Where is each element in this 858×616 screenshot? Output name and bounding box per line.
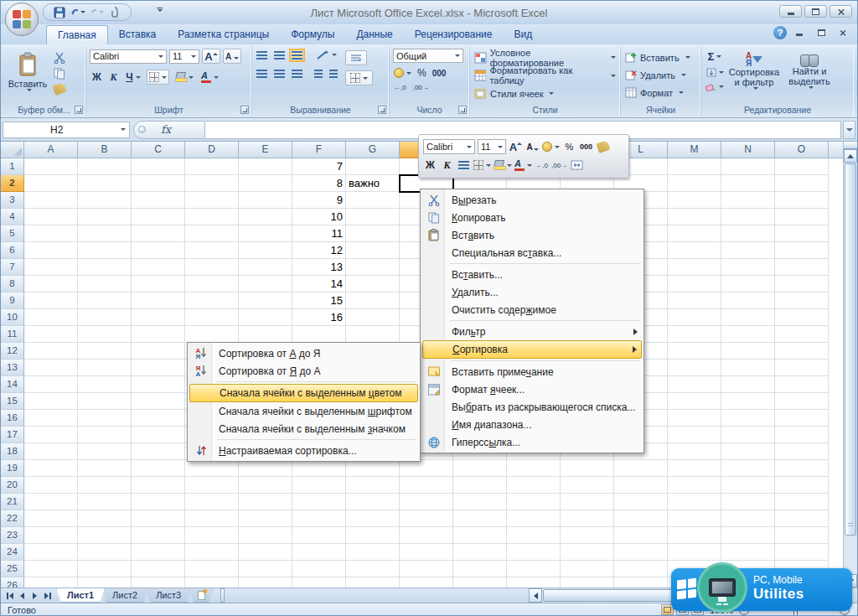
cell-E1[interactable] xyxy=(239,158,292,175)
underline-button[interactable]: Ч xyxy=(123,70,143,84)
cell-F9[interactable]: 15 xyxy=(292,292,346,309)
increase-decimal-button[interactable]: ←,0 xyxy=(393,83,407,92)
cell-A26[interactable] xyxy=(24,577,78,588)
mini-merge-button[interactable] xyxy=(570,158,584,173)
cell-E19[interactable] xyxy=(239,460,292,477)
menu-item-3[interactable]: Специальная вставка... xyxy=(422,244,642,261)
autosum-button[interactable]: Σ xyxy=(705,49,725,64)
cell-N11[interactable] xyxy=(721,326,775,343)
cell-I23[interactable] xyxy=(453,527,507,544)
cell-I19[interactable] xyxy=(453,460,507,477)
grow-font-button[interactable]: A xyxy=(202,49,220,64)
menu-item-3[interactable]: Сначала ячейки с выделенным цветом xyxy=(189,384,418,402)
cell-G10[interactable] xyxy=(346,309,400,326)
cell-E25[interactable] xyxy=(239,561,292,577)
ribbon-tab-0[interactable]: Главная xyxy=(46,25,108,44)
cell-D19[interactable] xyxy=(185,460,239,477)
menu-item-14[interactable]: Выбрать из раскрывающегося списка... xyxy=(422,398,642,416)
cell-G22[interactable] xyxy=(346,510,400,527)
cell-A1[interactable] xyxy=(24,158,78,175)
previous-sheet-button[interactable] xyxy=(17,590,28,601)
cell-L21[interactable] xyxy=(614,494,668,510)
expand-formula-bar-button[interactable] xyxy=(843,121,855,139)
cell-C6[interactable] xyxy=(132,242,185,259)
cell-O23[interactable] xyxy=(775,527,829,544)
cell-B7[interactable] xyxy=(78,259,132,276)
cell-G3[interactable] xyxy=(346,192,400,209)
mini-grow-font-button[interactable]: A xyxy=(509,139,523,154)
fill-color-button[interactable] xyxy=(173,71,195,83)
cell-N15[interactable] xyxy=(721,393,775,410)
cell-G9[interactable] xyxy=(346,292,400,309)
cell-F2[interactable]: 8 xyxy=(292,175,346,192)
cell-J23[interactable] xyxy=(507,527,561,544)
first-sheet-button[interactable] xyxy=(4,590,15,601)
cell-G4[interactable] xyxy=(346,209,400,225)
cell-A9[interactable] xyxy=(24,292,78,309)
cell-J25[interactable] xyxy=(507,561,561,577)
cell-A5[interactable] xyxy=(24,225,78,242)
cell-H21[interactable] xyxy=(400,494,453,510)
bold-button[interactable]: Ж xyxy=(90,70,104,84)
borders-button[interactable] xyxy=(147,70,169,85)
cell-A14[interactable] xyxy=(24,376,78,393)
workbook-minimize-button[interactable] xyxy=(790,27,809,39)
row-header-21[interactable]: 21 xyxy=(1,494,24,510)
cell-D8[interactable] xyxy=(185,276,239,292)
cell-M9[interactable] xyxy=(668,292,721,309)
cell-N19[interactable] xyxy=(721,460,775,477)
cell-O20[interactable] xyxy=(775,477,829,494)
row-header-25[interactable]: 25 xyxy=(1,561,24,577)
cell-D20[interactable] xyxy=(185,477,239,494)
cell-A7[interactable] xyxy=(24,259,78,276)
cell-N9[interactable] xyxy=(721,292,775,309)
cell-M17[interactable] xyxy=(668,427,721,443)
cell-C18[interactable] xyxy=(132,443,185,460)
ribbon-tab-3[interactable]: Формулы xyxy=(280,25,345,44)
cell-J20[interactable] xyxy=(507,477,561,494)
cell-J22[interactable] xyxy=(507,510,561,527)
copy-button[interactable] xyxy=(53,67,66,80)
menu-item-6[interactable]: Удалить... xyxy=(422,283,642,301)
last-sheet-button[interactable] xyxy=(42,590,53,601)
cell-A6[interactable] xyxy=(24,242,78,259)
cell-G21[interactable] xyxy=(346,494,400,510)
cell-C19[interactable] xyxy=(132,460,185,477)
cell-L20[interactable] xyxy=(614,477,668,494)
cell-G26[interactable] xyxy=(346,577,400,588)
cell-B18[interactable] xyxy=(78,443,132,460)
row-header-17[interactable]: 17 xyxy=(1,427,24,443)
cell-B3[interactable] xyxy=(78,192,132,209)
cell-D3[interactable] xyxy=(185,192,239,209)
cell-M3[interactable] xyxy=(668,192,721,209)
cell-H22[interactable] xyxy=(400,510,453,527)
row-header-20[interactable]: 20 xyxy=(1,477,24,494)
cell-O7[interactable] xyxy=(775,259,829,276)
row-header-9[interactable]: 9 xyxy=(1,292,24,309)
cell-E3[interactable] xyxy=(239,192,292,209)
cell-B11[interactable] xyxy=(78,326,132,343)
mini-increase-decimal-button[interactable]: ←,0 xyxy=(535,158,549,173)
cell-G20[interactable] xyxy=(346,477,400,494)
cell-B1[interactable] xyxy=(78,158,132,175)
cell-E23[interactable] xyxy=(239,527,292,544)
find-select-button[interactable]: Найти и выделить xyxy=(783,49,835,92)
cell-E26[interactable] xyxy=(239,577,292,588)
format-as-table-button[interactable]: Форматировать как таблицу xyxy=(473,67,617,85)
cell-O4[interactable] xyxy=(775,209,829,225)
cell-F25[interactable] xyxy=(292,561,346,577)
cell-C24[interactable] xyxy=(132,544,185,561)
cell-I24[interactable] xyxy=(453,544,507,561)
menu-item-10[interactable]: Сортировка xyxy=(422,340,642,359)
cell-N20[interactable] xyxy=(721,477,775,494)
cell-J21[interactable] xyxy=(507,494,561,510)
cell-C20[interactable] xyxy=(132,477,185,494)
font-dialog-launcher[interactable] xyxy=(240,106,249,114)
font-color-button[interactable]: А xyxy=(199,71,221,84)
select-all-button[interactable] xyxy=(1,142,24,158)
menu-item-1[interactable]: ЯАСортировка от Я до А xyxy=(189,362,418,380)
menu-item-0[interactable]: АЯСортировка от А до Я xyxy=(189,344,418,362)
cell-O3[interactable] xyxy=(775,192,829,209)
cell-O24[interactable] xyxy=(775,544,829,561)
cell-F8[interactable]: 14 xyxy=(292,276,346,292)
